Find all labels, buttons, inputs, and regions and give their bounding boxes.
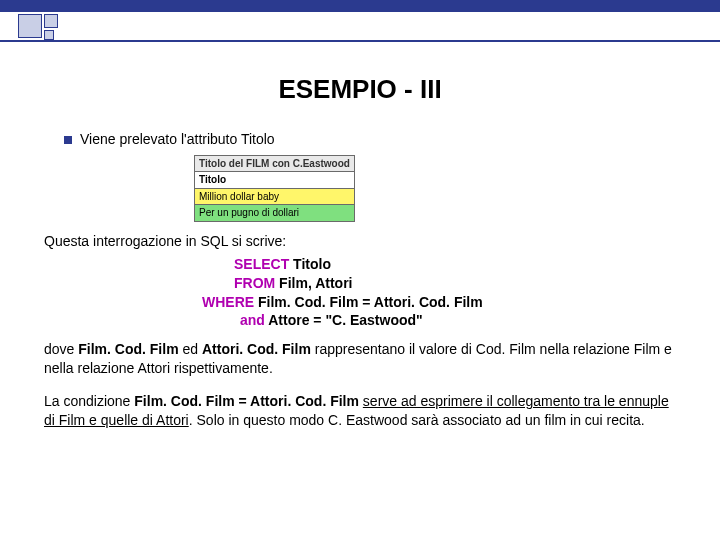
bullet-line: Viene prelevato l'attributo Titolo — [64, 130, 676, 149]
table-row: Million dollar baby — [195, 188, 355, 205]
sql-text: Titolo — [289, 256, 331, 272]
decor-square-icon — [44, 14, 58, 28]
table-caption: Titolo del FILM con C.Eastwood — [195, 155, 355, 172]
table-row: Per un pugno di dollari — [195, 205, 355, 222]
slide: ESEMPIO - III Viene prelevato l'attribut… — [0, 0, 720, 540]
text-bold: Film. Cod. Film = Attori. Cod. Film — [134, 393, 363, 409]
sql-text: Attore = "C. Eastwood" — [265, 312, 423, 328]
sql-block: SELECT Titolo FROM Film, Attori WHERE Fi… — [234, 255, 676, 331]
result-table: Titolo del FILM con C.Eastwood Titolo Mi… — [194, 155, 676, 222]
decor-square-icon — [18, 14, 42, 38]
text: . Solo in questo modo C. Eastwood sarà a… — [189, 412, 645, 428]
underline — [0, 40, 720, 42]
slide-body: Viene prelevato l'attributo Titolo Titol… — [44, 130, 676, 430]
text: La condizione — [44, 393, 134, 409]
sql-keyword: WHERE — [202, 294, 254, 310]
sql-keyword: FROM — [234, 275, 275, 291]
text: ed — [179, 341, 202, 357]
sql-text: Film. Cod. Film = Attori. Cod. Film — [254, 294, 483, 310]
decor-square-icon — [44, 30, 54, 40]
paragraph: La condizione Film. Cod. Film = Attori. … — [44, 392, 676, 430]
sql-keyword: and — [240, 312, 265, 328]
column-header: Titolo — [195, 172, 355, 189]
sql-keyword: SELECT — [234, 256, 289, 272]
bullet-icon — [64, 136, 72, 144]
paragraph: dove Film. Cod. Film ed Attori. Cod. Fil… — [44, 340, 676, 378]
intro-text: Questa interrogazione in SQL si scrive: — [44, 232, 676, 251]
text: dove — [44, 341, 78, 357]
slide-title: ESEMPIO - III — [0, 74, 720, 105]
text-bold: Attori. Cod. Film — [202, 341, 311, 357]
text-bold: Film. Cod. Film — [78, 341, 178, 357]
bullet-text: Viene prelevato l'attributo Titolo — [80, 130, 275, 149]
sql-text: Film, Attori — [275, 275, 352, 291]
top-stripe — [0, 0, 720, 12]
